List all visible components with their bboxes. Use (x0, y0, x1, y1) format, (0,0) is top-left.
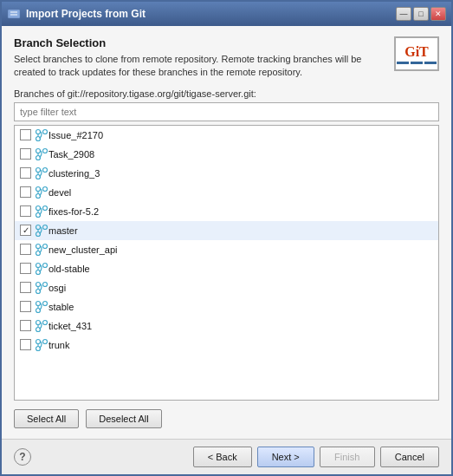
svg-point-45 (36, 327, 41, 331)
branch-icon (35, 243, 49, 257)
branch-item[interactable]: ticket_431 (15, 316, 438, 336)
branch-name: devel (49, 187, 71, 198)
svg-point-27 (36, 244, 41, 248)
svg-point-19 (36, 205, 41, 210)
branch-icon (35, 166, 49, 180)
svg-point-25 (36, 231, 41, 236)
svg-point-41 (36, 308, 41, 312)
branch-item[interactable]: old-stable (15, 259, 438, 278)
svg-point-49 (36, 346, 41, 350)
branch-name: stable (49, 302, 74, 312)
branches-label: Branches of git://repository.tigase.org/… (14, 88, 439, 99)
branch-checkbox[interactable] (20, 167, 31, 179)
branch-item[interactable]: new_cluster_api (15, 240, 438, 259)
header-text: Branch Selection Select branches to clon… (14, 36, 385, 80)
window-title: Import Projects from Git (26, 8, 146, 20)
bottom-bar: ? < Back Next > Finish Cancel (2, 439, 451, 474)
svg-point-24 (43, 225, 48, 229)
svg-point-48 (43, 339, 48, 343)
title-buttons: — □ ✕ (396, 7, 446, 21)
branch-name: master (49, 225, 78, 236)
svg-point-39 (36, 301, 41, 305)
minimize-button[interactable]: — (396, 7, 411, 21)
nav-buttons: < Back Next > Finish Cancel (193, 447, 439, 467)
branch-icon (35, 281, 49, 295)
branch-checkbox[interactable] (20, 186, 31, 198)
svg-point-33 (36, 270, 41, 274)
svg-point-47 (36, 339, 41, 343)
svg-point-13 (36, 174, 41, 179)
branch-list: Issue_#2170 Task_2908 clustering_3 devel… (14, 125, 439, 401)
svg-point-4 (43, 129, 48, 134)
import-dialog: Import Projects from Git — □ ✕ Branch Se… (0, 0, 453, 476)
branch-checkbox[interactable]: ✓ (20, 225, 31, 236)
branch-icon (35, 205, 49, 218)
branch-checkbox[interactable] (20, 339, 31, 350)
back-button[interactable]: < Back (193, 447, 252, 467)
svg-point-36 (43, 282, 48, 286)
header-area: Branch Selection Select branches to clon… (14, 36, 439, 80)
svg-point-5 (36, 136, 41, 140)
close-button[interactable]: ✕ (430, 7, 446, 21)
svg-point-40 (43, 301, 48, 305)
svg-point-15 (36, 186, 41, 191)
branch-item[interactable]: Task_2908 (15, 145, 438, 164)
branch-checkbox[interactable] (20, 129, 31, 140)
finish-button[interactable]: Finish (320, 447, 375, 467)
branch-name: clustering_3 (49, 168, 100, 179)
svg-point-37 (36, 289, 41, 293)
branch-icon (35, 338, 49, 352)
svg-point-8 (43, 148, 48, 153)
branch-item[interactable]: Issue_#2170 (15, 126, 438, 145)
svg-point-7 (36, 148, 41, 153)
git-logo-text: GiT (404, 44, 429, 60)
dialog-content: Branch Selection Select branches to clon… (2, 26, 451, 439)
branch-checkbox[interactable] (20, 301, 31, 312)
svg-point-29 (36, 251, 41, 255)
branch-checkbox[interactable] (20, 263, 31, 274)
branch-item[interactable]: ✓ master (15, 221, 438, 240)
svg-rect-0 (8, 10, 20, 18)
svg-point-23 (36, 225, 41, 229)
svg-point-3 (36, 129, 41, 134)
branch-icon (35, 128, 49, 142)
branch-item[interactable]: trunk (15, 336, 438, 355)
branch-item[interactable]: osgi (15, 278, 438, 297)
help-button[interactable]: ? (14, 448, 31, 466)
title-bar: Import Projects from Git — □ ✕ (2, 2, 451, 26)
svg-point-17 (36, 193, 41, 198)
branch-icon (35, 186, 49, 199)
git-logo: GiT (394, 36, 439, 71)
maximize-button[interactable]: □ (413, 7, 429, 21)
cancel-button[interactable]: Cancel (380, 447, 439, 467)
branch-icon (35, 224, 49, 238)
branch-checkbox[interactable] (20, 320, 31, 331)
branch-checkbox[interactable] (20, 205, 31, 217)
branch-item[interactable]: stable (15, 297, 438, 316)
branch-checkbox[interactable] (20, 282, 31, 293)
svg-point-44 (43, 320, 48, 324)
svg-point-35 (36, 282, 41, 286)
svg-point-43 (36, 320, 41, 324)
git-logo-lines (397, 62, 437, 64)
select-all-button[interactable]: Select All (14, 409, 79, 428)
deselect-all-button[interactable]: Deselect All (86, 409, 161, 428)
branch-name: Task_2908 (49, 149, 94, 160)
branch-item[interactable]: fixes-for-5.2 (15, 202, 438, 221)
branch-item[interactable]: devel (15, 183, 438, 202)
svg-point-28 (43, 244, 48, 248)
branch-checkbox[interactable] (20, 148, 31, 160)
next-button[interactable]: Next > (257, 447, 314, 467)
branch-icon (35, 262, 49, 276)
branch-name: new_cluster_api (49, 245, 118, 255)
svg-point-20 (43, 205, 48, 210)
git-line-3 (424, 62, 437, 64)
svg-point-11 (36, 167, 41, 172)
branch-checkbox[interactable] (20, 244, 31, 255)
title-bar-left: Import Projects from Git (7, 7, 146, 21)
filter-input[interactable] (14, 102, 439, 121)
branch-name: trunk (49, 340, 69, 350)
window-icon (7, 7, 21, 21)
branch-item[interactable]: clustering_3 (15, 164, 438, 183)
branch-icon (35, 319, 49, 333)
